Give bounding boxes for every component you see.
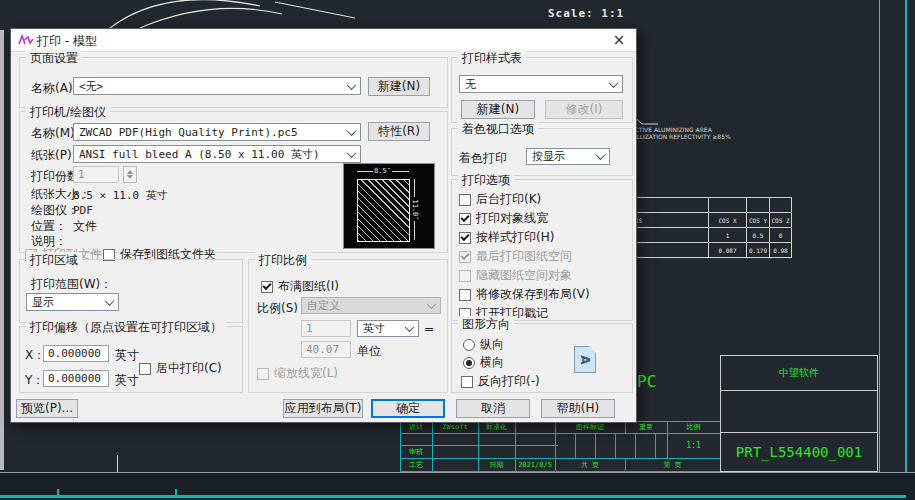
paper-size-select[interactable]: ANSI full bleed A (8.50 x 11.00 英寸) [73,145,361,163]
offset-y-label: Y： [25,372,44,389]
printer-name-select[interactable]: ZWCAD PDF(High Quality Print).pc5 [73,123,361,141]
checkbox-box[interactable] [257,368,269,380]
checkbox-box[interactable] [139,363,151,375]
print-offset-legend: 打印偏移（原点设置在可打印区域） [26,319,226,336]
titleblock-scale-label: 比例 [667,421,720,433]
reverse-plot-checkbox[interactable]: 反向打印(-) [461,373,540,390]
dialog-title: 打印 - 模型 [37,33,97,50]
drawing-left-border-line [0,30,4,470]
checkbox-box[interactable] [459,270,471,282]
radio-button[interactable] [463,357,475,369]
option-plot-lineweights[interactable]: 打印对象线宽 [459,210,548,227]
plotter-value: PDF [73,204,93,217]
page-setup-name-select[interactable]: <无> [73,77,361,95]
scale-numerator-input[interactable]: 1 [301,320,351,337]
scale-select[interactable]: 自定义 [301,297,441,314]
drawing-frame-bottom-line [0,495,906,498]
portrait-radio[interactable]: 纵向 [463,336,504,353]
plot-style-new-button[interactable]: 新建(N) [461,100,535,119]
shade-plot-select[interactable]: 按显示 [526,148,610,165]
landscape-radio[interactable]: 横向 [463,354,504,371]
offset-y-input[interactable]: 0.000000 [43,370,109,387]
checkbox-box[interactable] [459,213,471,225]
scale-denominator-input[interactable]: 40.07 [301,341,351,358]
drawing-frame-vertical-line [905,0,907,500]
checkbox-box[interactable] [459,251,471,263]
paper-height-dim: 11.0″ [411,199,419,220]
titleblock-line [720,390,878,391]
scale-lineweights-checkbox[interactable]: 缩放线宽(L) [257,365,338,382]
titleblock-line [655,433,656,458]
shaded-viewport-legend: 着色视口选项 [458,121,538,138]
shade-plot-label: 着色打印 [459,150,507,167]
part-number: PRT_L554400_001 [720,432,878,472]
scale-equals: = [424,322,434,336]
plot-style-modify-button[interactable]: 修改(I) [545,100,623,119]
printer-properties-button[interactable]: 特性(R) [368,122,430,141]
preview-button[interactable]: 预览(P)... [16,399,78,418]
printer-legend: 打印机/绘图仪 [26,104,110,121]
ok-button[interactable]: 确定 [371,399,445,418]
chevron-down-icon [347,126,357,136]
dim-line [357,171,373,172]
offset-x-input[interactable]: 0.000000 [43,345,109,362]
plot-style-legend: 打印样式表 [458,50,526,67]
location-value: 文件 [73,218,97,235]
titleblock-date-label: 日期 [478,458,515,471]
option-background-plot[interactable]: 后台打印(K) [459,191,541,208]
close-icon[interactable]: × [602,29,636,51]
offset-x-unit: 英寸 [115,347,139,364]
help-button[interactable]: 帮助(H) [541,399,615,418]
option-hide-paperspace[interactable]: 隐藏图纸空间对象 [459,267,572,284]
titleblock-process-label: 工艺 [400,458,432,471]
checkbox-box[interactable] [459,289,471,301]
option-save-changes-layout[interactable]: 将修改保存到布局(V) [459,286,590,303]
plotter-label: 绘图仪： [31,202,79,219]
scale-unit-label: 单位 [357,343,381,360]
drawing-geometry-curves [70,0,390,28]
zwcad-logo-icon [18,33,34,47]
paper-width-dim: 8.5″ [374,167,391,175]
option-paperspace-last[interactable]: 最后打印图纸空间 [459,248,572,265]
copies-input[interactable]: 1 [73,166,119,183]
drawing-tick [57,489,59,496]
chevron-down-icon [427,299,437,309]
titleblock-line [635,433,636,458]
print-dialog: 打印 - 模型 × 页面设置 名称(A)： <无> 新建(N) 打印机/绘图仪 … [10,28,637,423]
checkbox-box[interactable] [461,376,473,388]
drawing-tick [175,489,177,496]
material-label: PC [637,372,656,391]
paper-size-value: 8.5 × 11.0 英寸 [73,188,168,203]
chevron-down-icon [609,78,619,88]
paper-sheet-hatch [357,179,410,242]
dim-line [414,179,415,197]
titleblock-line [595,433,596,458]
drawing-tick [117,455,118,472]
print-options-legend: 打印选项 [458,172,514,189]
chevron-down-icon [347,148,357,158]
checkbox-box[interactable] [261,281,273,293]
print-range-select[interactable]: 显示 [26,293,119,311]
dim-line [414,221,415,240]
center-plot-checkbox[interactable]: 居中打印(C) [139,360,222,377]
plot-style-select[interactable]: 无 [459,75,623,93]
dialog-titlebar[interactable]: 打印 - 模型 × [11,29,636,52]
checkbox-box[interactable] [459,194,471,206]
option-plot-with-styles[interactable]: 按样式打印(H) [459,229,554,246]
page-setup-new-button[interactable]: 新建(N) [368,77,430,96]
titleblock-line [615,433,616,458]
chevron-down-icon [105,296,115,306]
checkbox-box[interactable] [459,232,471,244]
chevron-down-icon [596,150,606,160]
cancel-button[interactable]: 取消 [456,399,530,418]
copies-stepper[interactable] [123,166,137,183]
titleblock-date-value: 2021/8/5 [515,458,555,471]
apply-to-layout-button[interactable]: 应用到布局(T) [283,399,363,418]
scale-unit-select[interactable]: 英寸 [357,320,419,337]
titleblock-line [575,433,576,458]
fit-to-paper-checkbox[interactable]: 布满图纸(I) [261,278,339,295]
page-setup-legend: 页面设置 [26,50,82,67]
print-range-label: 打印范围(W)： [31,276,112,293]
radio-button[interactable] [463,339,475,351]
scale-indicator: Scale: 1:1 [548,7,624,20]
